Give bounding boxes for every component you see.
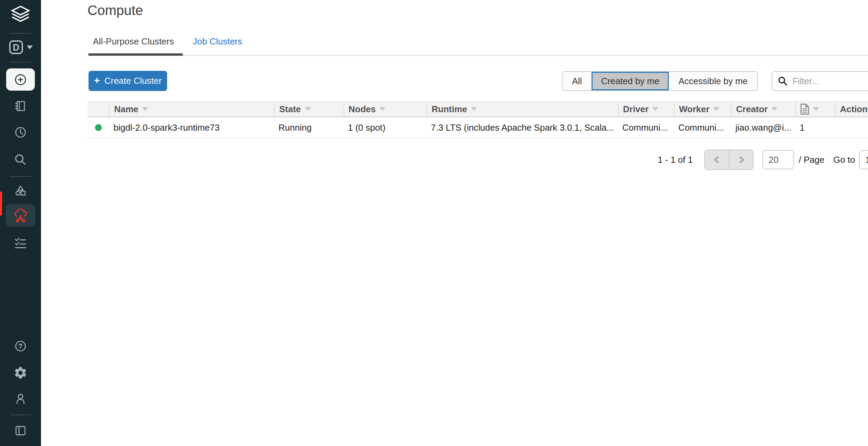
tab-all-purpose-clusters[interactable]: All-Purpose Clusters [93, 36, 174, 47]
cluster-status-cell [87, 117, 109, 138]
page-size-input[interactable] [762, 150, 794, 169]
clusters-icon [13, 208, 28, 223]
sort-caret-icon [305, 107, 311, 111]
chevron-left-icon [712, 155, 722, 165]
cluster-nodes-cell: 1 (0 spot) [343, 117, 426, 138]
sidebar: D [0, 0, 41, 446]
pagination-range: 1 - 1 of 1 [658, 155, 693, 165]
running-status-icon [95, 124, 102, 131]
tabs-divider-line [87, 55, 868, 56]
sidebar-divider [10, 176, 31, 177]
cluster-actions-cell [835, 117, 868, 138]
compute-page: D [0, 0, 868, 446]
filter-input[interactable] [792, 76, 868, 87]
column-nodes[interactable]: Nodes [343, 102, 426, 117]
clock-icon [13, 125, 28, 140]
sidebar-divider [10, 33, 31, 34]
sidebar-item-account[interactable] [12, 391, 29, 407]
databricks-logo-icon[interactable] [10, 4, 31, 26]
column-worker[interactable]: Worker [674, 102, 731, 117]
sort-caret-icon [713, 107, 719, 111]
cluster-state-cell: Running [274, 117, 343, 138]
column-state[interactable]: State [274, 102, 343, 117]
help-icon: ? [13, 339, 28, 353]
page-title: Compute [87, 3, 143, 18]
sidebar-divider [10, 62, 31, 63]
workspace-icon [13, 99, 28, 114]
sidebar-item-search[interactable] [12, 152, 29, 168]
sidebar-item-settings[interactable] [12, 365, 29, 381]
jobs-checklist-icon [13, 236, 28, 250]
sort-caret-icon [142, 107, 148, 111]
column-runtime[interactable]: Runtime [426, 102, 618, 117]
column-notebooks[interactable] [795, 102, 835, 117]
search-icon [778, 76, 788, 87]
sidebar-divider [10, 415, 31, 415]
panel-toggle-icon [13, 424, 28, 438]
filter-search-box [772, 71, 868, 91]
filter-all-button[interactable]: All [562, 72, 592, 90]
cluster-filter-group: All Created by me Accessible by me [562, 71, 758, 91]
chevron-right-icon [736, 155, 746, 165]
cluster-driver-cell: Communi... [618, 117, 674, 138]
clusters-table: Name State Nodes Runtime Driver [87, 101, 868, 139]
pagination-nav [704, 149, 754, 170]
active-item-indicator [0, 192, 2, 215]
sidebar-item-compute[interactable] [6, 204, 35, 227]
filter-created-by-me-button[interactable]: Created by me [592, 72, 669, 90]
cluster-name-cell[interactable]: bigdl-2.0-spark3-runtime73 [109, 117, 274, 138]
sidebar-item-create[interactable] [6, 68, 35, 91]
plus-circle-icon [13, 72, 28, 87]
sort-caret-icon [652, 107, 659, 111]
column-status [87, 102, 109, 117]
search-icon [13, 153, 28, 167]
plus-icon: + [94, 75, 100, 87]
sort-caret-icon [471, 107, 477, 111]
column-driver[interactable]: Driver [618, 102, 674, 117]
sort-caret-icon [379, 107, 385, 111]
tab-job-clusters[interactable]: Job Clusters [193, 36, 242, 47]
workspace-initial: D [13, 42, 19, 53]
create-cluster-button[interactable]: + Create Cluster [89, 71, 167, 91]
sidebar-item-help[interactable]: ? [12, 338, 29, 354]
sidebar-collapse-button[interactable] [12, 423, 29, 439]
column-name[interactable]: Name [109, 102, 274, 117]
table-row[interactable]: bigdl-2.0-spark3-runtime73 Running 1 (0 … [87, 117, 868, 139]
create-cluster-label: Create Cluster [104, 76, 162, 86]
sort-caret-icon [813, 107, 819, 111]
table-header-row: Name State Nodes Runtime Driver [87, 101, 868, 117]
cluster-creator-cell: jiao.wang@i... [731, 117, 795, 138]
models-shapes-icon [13, 184, 28, 198]
pagination: 1 - 1 of 1 / Page Go to [87, 149, 868, 170]
document-icon [800, 104, 809, 115]
workspace-selector[interactable]: D [8, 39, 33, 55]
sidebar-item-models[interactable] [12, 183, 29, 199]
goto-label: Go to [833, 155, 855, 165]
svg-text:?: ? [18, 342, 23, 350]
user-icon [13, 392, 28, 406]
gear-icon [13, 366, 28, 380]
sort-caret-icon [771, 107, 777, 111]
cluster-worker-cell: Communi... [674, 117, 731, 138]
sidebar-item-workspace[interactable] [12, 98, 29, 115]
filter-accessible-by-me-button[interactable]: Accessible by me [669, 72, 757, 90]
per-page-label: / Page [799, 155, 824, 165]
cluster-notebooks-cell: 1 [795, 117, 835, 138]
goto-page-input[interactable] [859, 150, 868, 169]
cluster-runtime-cell: 7.3 LTS (includes Apache Spark 3.0.1, Sc… [426, 117, 618, 138]
sidebar-item-jobs[interactable] [12, 235, 29, 251]
previous-page-button[interactable] [705, 150, 729, 169]
next-page-button[interactable] [729, 150, 753, 169]
sidebar-item-recents[interactable] [12, 124, 29, 141]
caret-down-icon [27, 45, 33, 49]
column-actions: Actions [835, 102, 868, 117]
column-creator[interactable]: Creator [731, 102, 795, 117]
main-content: Compute All-Purpose Clusters Job Cluster… [41, 0, 868, 446]
active-tab-underline [89, 53, 183, 56]
